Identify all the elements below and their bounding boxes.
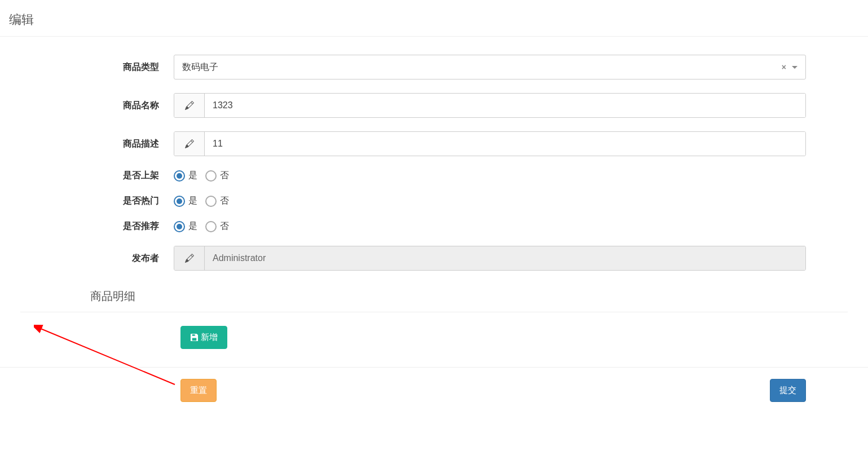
save-icon — [190, 333, 199, 342]
radio-icon — [205, 170, 217, 182]
radio-icon — [205, 221, 217, 232]
product-desc-group — [174, 131, 806, 156]
publisher-input — [205, 246, 805, 270]
is-recommend-radio-group: 是 否 — [174, 220, 229, 232]
radio-icon — [205, 196, 217, 207]
label-is-hot: 是否热门 — [0, 195, 174, 207]
page-title: 编辑 — [0, 0, 868, 36]
on-shelf-no[interactable]: 否 — [205, 170, 229, 182]
is-hot-yes[interactable]: 是 — [174, 195, 197, 207]
radio-icon — [174, 221, 185, 232]
row-product-type: 商品类型 数码电子 × — [0, 48, 868, 86]
add-button-label: 新增 — [201, 332, 218, 343]
radio-label: 是 — [188, 170, 197, 182]
is-recommend-yes[interactable]: 是 — [174, 220, 197, 232]
row-is-hot: 是否热门 是 否 — [0, 188, 868, 214]
radio-label: 否 — [220, 170, 229, 182]
product-name-input[interactable] — [205, 94, 805, 117]
is-recommend-no[interactable]: 否 — [205, 220, 229, 232]
row-product-name: 商品名称 — [0, 86, 868, 125]
radio-label: 是 — [188, 195, 197, 207]
label-product-name: 商品名称 — [0, 100, 174, 112]
on-shelf-radio-group: 是 否 — [174, 170, 229, 182]
label-product-desc: 商品描述 — [0, 138, 174, 150]
label-publisher: 发布者 — [0, 253, 174, 264]
add-detail-button[interactable]: 新增 — [180, 326, 227, 349]
radio-icon — [174, 170, 185, 182]
pencil-icon — [174, 94, 205, 117]
reset-button[interactable]: 重置 — [180, 379, 217, 402]
publisher-group — [174, 246, 806, 271]
row-is-recommend: 是否推荐 是 否 — [0, 214, 868, 239]
select-actions: × — [782, 63, 797, 72]
row-on-shelf: 是否上架 是 否 — [0, 163, 868, 188]
svg-rect-0 — [195, 334, 195, 335]
reset-button-label: 重置 — [190, 385, 207, 396]
is-hot-no[interactable]: 否 — [205, 195, 229, 207]
detail-section-title: 商品明细 — [0, 277, 868, 312]
label-is-recommend: 是否推荐 — [0, 220, 174, 232]
clear-icon[interactable]: × — [782, 63, 786, 72]
pencil-icon — [174, 132, 205, 156]
is-hot-radio-group: 是 否 — [174, 195, 229, 207]
product-desc-input[interactable] — [205, 132, 805, 156]
submit-button[interactable]: 提交 — [770, 379, 806, 402]
row-publisher: 发布者 — [0, 239, 868, 277]
footer-bar: 重置 提交 — [0, 367, 868, 413]
product-type-value: 数码电子 — [182, 61, 218, 73]
on-shelf-yes[interactable]: 是 — [174, 170, 197, 182]
radio-label: 否 — [220, 195, 229, 207]
radio-label: 否 — [220, 220, 229, 232]
label-on-shelf: 是否上架 — [0, 170, 174, 182]
radio-label: 是 — [188, 220, 197, 232]
form-section: 商品类型 数码电子 × 商品名称 — [0, 36, 868, 413]
submit-button-label: 提交 — [779, 385, 796, 396]
label-product-type: 商品类型 — [0, 61, 174, 73]
product-name-group — [174, 93, 806, 118]
radio-icon — [174, 196, 185, 207]
product-type-select[interactable]: 数码电子 × — [174, 55, 806, 79]
row-product-desc: 商品描述 — [0, 125, 868, 163]
pencil-icon — [174, 246, 205, 270]
chevron-down-icon[interactable] — [792, 66, 797, 69]
